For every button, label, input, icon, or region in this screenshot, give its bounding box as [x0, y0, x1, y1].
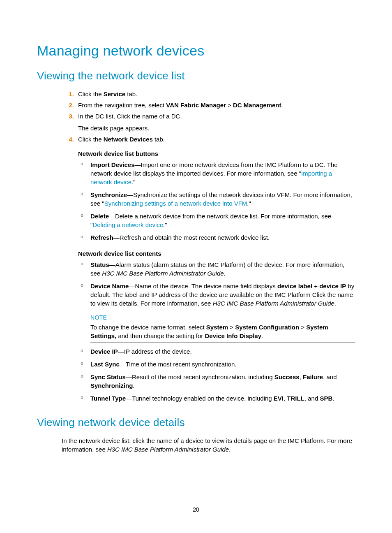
- buttons-list: o Import Devices—Import one or more netw…: [37, 160, 355, 246]
- step-text: In the DC list, Click the name of a DC.: [78, 113, 182, 120]
- step-number: 4.: [62, 135, 74, 144]
- details-paragraph: In the network device list, click the na…: [37, 436, 355, 454]
- list-item: o Synchronize—Synchronize the settings o…: [78, 190, 355, 212]
- list-item: o Delete—Delete a network device from th…: [78, 212, 355, 233]
- step-number: 2.: [62, 101, 74, 109]
- list-item: o Tunnel Type—Tunnel technology enabled …: [78, 394, 355, 407]
- steps-list-cont: 4. Click the Network Devices tab.: [37, 135, 355, 146]
- list-item: o Device IP—IP address of the device.: [78, 347, 355, 360]
- circle-bullet-icon: o: [81, 213, 83, 219]
- list-item: o Import Devices—Import one or more netw…: [78, 160, 355, 190]
- step-number: 1.: [62, 90, 74, 98]
- note-label: NOTE: [90, 314, 355, 322]
- contents-subheading: Network device list contents: [37, 249, 355, 258]
- link-deleting-device[interactable]: Deleting a network device: [92, 221, 163, 228]
- step-text: From the navigation tree, select VAN Fab…: [78, 102, 283, 109]
- circle-bullet-icon: o: [81, 191, 83, 197]
- contents-list-cont: o Device IP—IP address of the device. o …: [37, 347, 355, 407]
- contents-list: o Status—Alarm status (alarm status on t…: [37, 260, 355, 309]
- step-3: 3. In the DC list, Click the name of a D…: [62, 112, 355, 123]
- page: Managing network devices Viewing the net…: [0, 0, 392, 533]
- buttons-subheading: Network device list buttons: [37, 149, 355, 158]
- step-text: Click the Service tab.: [78, 90, 137, 97]
- heading-1: Managing network devices: [37, 41, 355, 61]
- circle-bullet-icon: o: [81, 161, 83, 167]
- note-text: To change the device name format, select…: [90, 323, 355, 340]
- heading-2-viewing-details: Viewing network device details: [37, 415, 355, 430]
- circle-bullet-icon: o: [81, 283, 83, 289]
- step-1: 1. Click the Service tab.: [62, 90, 355, 101]
- circle-bullet-icon: o: [81, 234, 83, 240]
- heading-2-viewing-list: Viewing the network device list: [37, 68, 355, 83]
- list-item: o Sync Status—Result of the most recent …: [78, 373, 355, 394]
- circle-bullet-icon: o: [81, 348, 83, 354]
- list-item: o Status—Alarm status (alarm status on t…: [78, 260, 355, 282]
- step-number: 3.: [62, 112, 74, 121]
- step-2: 2. From the navigation tree, select VAN …: [62, 101, 355, 112]
- step-3-detail: The details page appears.: [37, 124, 355, 132]
- page-number: 20: [0, 506, 392, 514]
- list-item: o Device Name—Name of the device. The de…: [78, 282, 355, 309]
- step-4: 4. Click the Network Devices tab.: [62, 135, 355, 146]
- link-synchronizing[interactable]: Synchronizing settings of a network devi…: [104, 200, 247, 207]
- list-item: o Last Sync—Time of the most recent sync…: [78, 360, 355, 373]
- circle-bullet-icon: o: [81, 361, 83, 367]
- circle-bullet-icon: o: [81, 373, 83, 380]
- list-item: o Refresh—Refresh and obtain the most re…: [78, 233, 355, 246]
- circle-bullet-icon: o: [81, 261, 83, 267]
- circle-bullet-icon: o: [81, 395, 83, 401]
- steps-list: 1. Click the Service tab. 2. From the na…: [37, 90, 355, 123]
- note-block: NOTE To change the device name format, s…: [90, 312, 355, 343]
- step-text: Click the Network Devices tab.: [78, 136, 165, 143]
